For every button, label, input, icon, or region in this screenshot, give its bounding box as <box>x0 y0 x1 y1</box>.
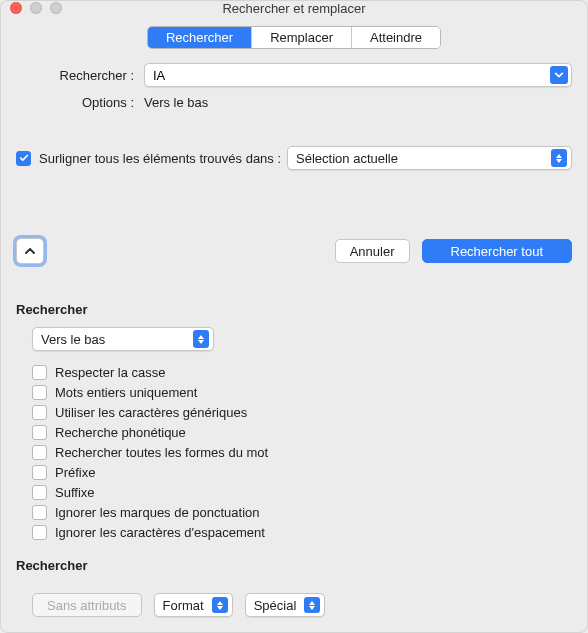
option-label: Rechercher toutes les formes du mot <box>55 445 268 460</box>
stepper-icon <box>193 330 209 348</box>
options-checklist: Respecter la casseMots entiers uniquemen… <box>32 365 572 540</box>
mode-tabs: Rechercher Remplacer Atteindre <box>147 26 441 49</box>
chevron-up-icon <box>24 245 36 257</box>
window-title: Rechercher et remplacer <box>0 1 588 16</box>
option-row: Ignorer les caractères d'espacement <box>32 525 572 540</box>
stepper-icon <box>551 149 567 167</box>
format-menu-label: Format <box>163 598 212 613</box>
option-row: Respecter la casse <box>32 365 572 380</box>
options-value: Vers le bas <box>144 95 208 110</box>
search-label: Rechercher : <box>16 68 144 83</box>
tab-goto[interactable]: Atteindre <box>352 27 440 48</box>
option-label: Utiliser les caractères génériques <box>55 405 247 420</box>
search-input[interactable] <box>151 67 550 84</box>
find-replace-window: Rechercher et remplacer Rechercher Rempl… <box>0 0 588 633</box>
option-row: Suffixe <box>32 485 572 500</box>
option-row: Recherche phonétique <box>32 425 572 440</box>
highlight-scope-select[interactable]: Sélection actuelle <box>287 146 572 170</box>
search-combobox[interactable] <box>144 63 572 87</box>
options-section-title: Rechercher <box>16 302 572 317</box>
highlight-label: Surligner tous les éléments trouvés dans… <box>39 151 281 166</box>
options-label: Options : <box>16 95 144 110</box>
option-row: Utiliser les caractères génériques <box>32 405 572 420</box>
checkmark-icon <box>19 153 29 163</box>
tab-replace[interactable]: Remplacer <box>252 27 352 48</box>
direction-select[interactable]: Vers le bas <box>32 327 214 351</box>
option-label: Ignorer les caractères d'espacement <box>55 525 265 540</box>
option-checkbox[interactable] <box>32 485 47 500</box>
option-row: Rechercher toutes les formes du mot <box>32 445 572 460</box>
bottom-section-title: Rechercher <box>16 558 572 573</box>
option-row: Préfixe <box>32 465 572 480</box>
option-checkbox[interactable] <box>32 365 47 380</box>
option-row: Ignorer les marques de ponctuation <box>32 505 572 520</box>
option-label: Mots entiers uniquement <box>55 385 197 400</box>
format-menu[interactable]: Format <box>154 593 233 617</box>
content-area: Rechercher Remplacer Atteindre Recherche… <box>0 16 588 633</box>
highlight-checkbox[interactable] <box>16 151 31 166</box>
option-label: Respecter la casse <box>55 365 166 380</box>
special-menu-label: Spécial <box>254 598 305 613</box>
option-checkbox[interactable] <box>32 525 47 540</box>
stepper-icon <box>304 597 320 613</box>
highlight-scope-value: Sélection actuelle <box>296 151 406 166</box>
disclosure-toggle[interactable] <box>16 238 44 264</box>
cancel-button[interactable]: Annuler <box>335 239 410 263</box>
option-checkbox[interactable] <box>32 505 47 520</box>
option-label: Recherche phonétique <box>55 425 186 440</box>
option-checkbox[interactable] <box>32 405 47 420</box>
option-label: Ignorer les marques de ponctuation <box>55 505 260 520</box>
search-history-toggle[interactable] <box>550 66 568 84</box>
option-checkbox[interactable] <box>32 465 47 480</box>
option-checkbox[interactable] <box>32 425 47 440</box>
tab-search[interactable]: Rechercher <box>148 27 252 48</box>
option-checkbox[interactable] <box>32 445 47 460</box>
option-row: Mots entiers uniquement <box>32 385 572 400</box>
direction-value: Vers le bas <box>41 332 113 347</box>
stepper-icon <box>212 597 228 613</box>
special-menu[interactable]: Spécial <box>245 593 326 617</box>
option-label: Préfixe <box>55 465 95 480</box>
search-all-button[interactable]: Rechercher tout <box>422 239 573 263</box>
chevron-down-icon <box>554 69 564 81</box>
titlebar: Rechercher et remplacer <box>0 0 588 16</box>
option-label: Suffixe <box>55 485 95 500</box>
no-attributes-button: Sans attributs <box>32 593 142 617</box>
option-checkbox[interactable] <box>32 385 47 400</box>
